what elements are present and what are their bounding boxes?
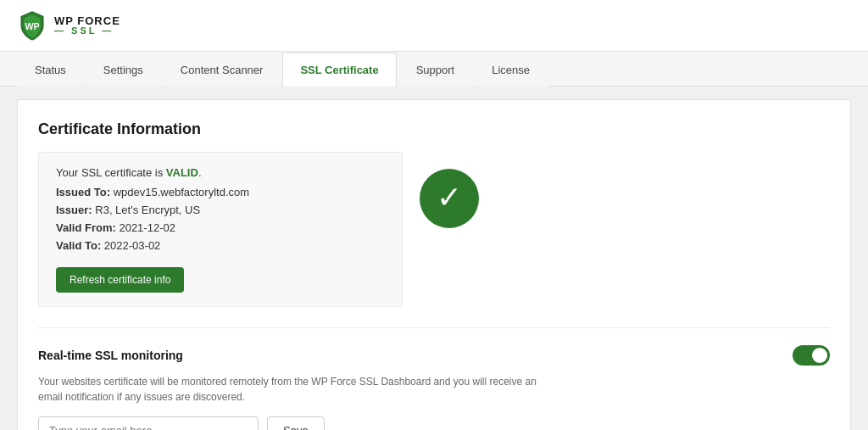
cert-issued-to: Issued To: wpdev15.webfactoryltd.com bbox=[56, 186, 385, 198]
cert-valid-to-label: Valid To: bbox=[56, 239, 101, 252]
cert-valid-to: Valid To: 2022-03-02 bbox=[56, 239, 385, 252]
email-input[interactable] bbox=[38, 416, 259, 430]
logo-ssl-label: — SSL — bbox=[54, 26, 120, 36]
cert-issued-to-label: Issued To: bbox=[56, 186, 110, 198]
refresh-certificate-button[interactable]: Refresh certificate info bbox=[56, 267, 184, 293]
main-content: Certificate Information Your SSL certifi… bbox=[17, 99, 851, 430]
toggle-thumb bbox=[812, 348, 827, 363]
tabs-bar: Status Settings Content Scanner SSL Cert… bbox=[0, 52, 868, 87]
cert-valid-from: Valid From: 2021-12-02 bbox=[56, 221, 385, 234]
tab-status[interactable]: Status bbox=[17, 53, 84, 87]
monitoring-toggle[interactable] bbox=[793, 345, 830, 366]
monitoring-title: Real-time SSL monitoring bbox=[38, 349, 183, 362]
email-row: Save bbox=[38, 416, 830, 430]
cert-valid-from-label: Valid From: bbox=[56, 221, 116, 234]
svg-text:WP: WP bbox=[25, 21, 39, 31]
checkmark-icon: ✓ bbox=[437, 182, 462, 213]
cert-card: Your SSL certificate is VALID. Issued To… bbox=[38, 152, 403, 307]
cert-issuer: Issuer: R3, Let's Encrypt, US bbox=[56, 204, 385, 216]
toggle-track[interactable] bbox=[793, 345, 830, 366]
tab-license[interactable]: License bbox=[474, 53, 548, 87]
save-button[interactable]: Save bbox=[267, 416, 325, 430]
tab-support[interactable]: Support bbox=[398, 53, 473, 87]
cert-valid-checkmark: ✓ bbox=[420, 169, 479, 228]
cert-status-suffix: . bbox=[198, 166, 202, 179]
cert-status-value: VALID bbox=[166, 166, 198, 179]
cert-layout: Your SSL certificate is VALID. Issued To… bbox=[38, 152, 830, 307]
tab-settings[interactable]: Settings bbox=[86, 53, 161, 87]
cert-valid-to-val: 2022-03-02 bbox=[104, 239, 161, 252]
logo-text: WP FORCE — SSL — bbox=[54, 15, 120, 36]
section-divider bbox=[38, 327, 830, 328]
monitoring-description: Your websites certificate will be monito… bbox=[38, 374, 547, 405]
tab-content-scanner[interactable]: Content Scanner bbox=[163, 53, 281, 87]
logo-shield-icon: WP bbox=[17, 10, 47, 41]
section-title: Certificate Information bbox=[38, 120, 830, 138]
header: WP WP FORCE — SSL — bbox=[0, 0, 868, 52]
monitoring-header: Real-time SSL monitoring bbox=[38, 345, 830, 366]
logo: WP WP FORCE — SSL — bbox=[17, 10, 120, 41]
cert-status-prefix: Your SSL certificate is bbox=[56, 166, 166, 179]
cert-issuer-val: R3, Let's Encrypt, US bbox=[95, 204, 200, 216]
cert-issuer-label: Issuer: bbox=[56, 204, 92, 216]
cert-issued-to-val: wpdev15.webfactoryltd.com bbox=[114, 186, 249, 198]
cert-valid-from-val: 2021-12-02 bbox=[119, 221, 175, 234]
cert-status-line: Your SSL certificate is VALID. bbox=[56, 166, 385, 179]
monitoring-section: Real-time SSL monitoring Your websites c… bbox=[38, 345, 830, 430]
tab-ssl-certificate[interactable]: SSL Certificate bbox=[282, 53, 396, 87]
